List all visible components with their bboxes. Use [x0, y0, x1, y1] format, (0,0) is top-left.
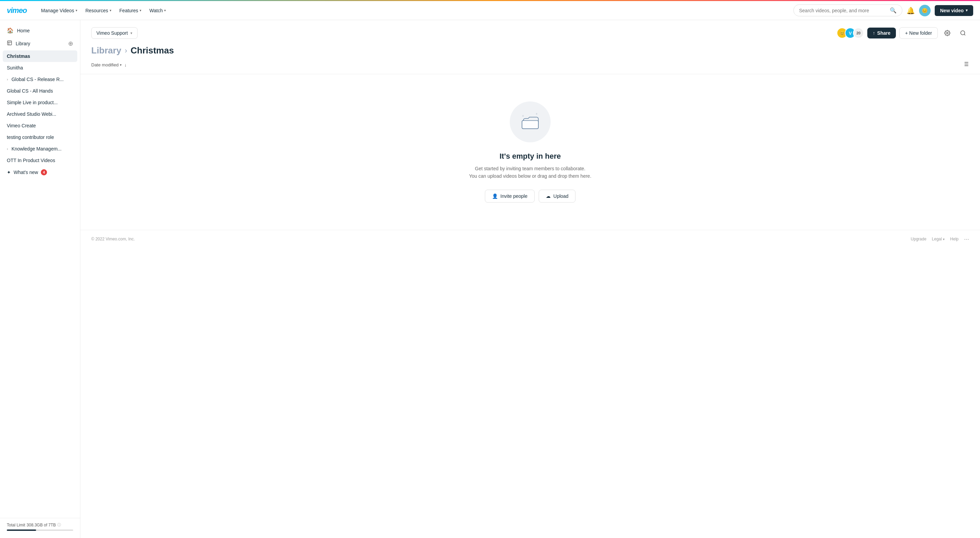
chevron-down-icon: ▾: [130, 31, 132, 35]
search-bar[interactable]: 🔍: [794, 5, 902, 16]
list-view-button[interactable]: [962, 60, 969, 69]
vimeo-logo[interactable]: vimeo: [7, 6, 27, 15]
folder-header-right: 😊 V 20 ↑ Share + New folder: [837, 27, 969, 39]
empty-state-actions: 👤 Invite people ☁ Upload: [485, 189, 576, 202]
sort-bar: Date modified ▾ ↓: [80, 56, 980, 74]
avatar[interactable]: 😊: [919, 5, 931, 16]
svg-point-2: [961, 31, 965, 35]
sort-by-date-button[interactable]: Date modified ▾: [91, 62, 122, 67]
sort-controls: Date modified ▾ ↓: [91, 62, 127, 67]
nav-items: Manage Videos ▾ Resources ▾ Features ▾ W…: [38, 6, 785, 15]
folder-header-left: Vimeo Support ▾: [91, 27, 138, 39]
storage-bar-fill: [7, 530, 36, 531]
folder-header: Vimeo Support ▾ 😊 V 20 ↑ Share + New fol…: [80, 20, 980, 39]
sidebar-item-global-cs-release[interactable]: › Global CS - Release R...: [0, 73, 80, 85]
svg-text:+: +: [536, 112, 538, 116]
top-navigation: vimeo Manage Videos ▾ Resources ▾ Featur…: [0, 1, 980, 20]
chevron-down-icon: ▾: [140, 8, 141, 12]
library-icon: [7, 40, 12, 47]
storage-bar-background: [7, 530, 73, 531]
search-button[interactable]: [957, 27, 969, 39]
empty-state-icon-wrap: + + + +: [510, 102, 550, 142]
sidebar-item-sunitha[interactable]: Sunitha: [0, 62, 80, 73]
breadcrumb-library[interactable]: Library: [91, 45, 121, 56]
breadcrumb-separator: ›: [125, 46, 127, 55]
sidebar-item-home[interactable]: 🏠 Home: [0, 24, 80, 37]
breadcrumb-current: Christmas: [130, 45, 173, 56]
chevron-down-icon: ▾: [120, 63, 122, 67]
empty-state: + + + + It's empty in here Get started b…: [80, 74, 980, 230]
svg-text:+: +: [522, 114, 524, 118]
chevron-right-icon: ›: [7, 77, 8, 81]
nav-manage-videos[interactable]: Manage Videos ▾: [38, 6, 81, 15]
sidebar-item-global-cs-all-hands[interactable]: Global CS - All Hands: [0, 85, 80, 97]
chevron-down-icon: ▾: [966, 8, 968, 13]
home-icon: 🏠: [7, 27, 14, 34]
layout: 🏠 Home Library ⊕ Christmas Sunitha › Glo…: [0, 20, 980, 538]
whats-new-badge: 4: [41, 169, 47, 175]
footer-more-button[interactable]: ···: [964, 236, 969, 243]
new-video-button[interactable]: New video ▾: [935, 5, 973, 16]
footer-legal-link[interactable]: Legal ▾: [932, 237, 945, 242]
sidebar-item-ott-product-videos[interactable]: OTT In Product Videos: [0, 154, 80, 166]
avatars-group: 😊 V 20: [837, 27, 864, 38]
footer-help-link[interactable]: Help: [950, 237, 959, 242]
chevron-right-icon: ›: [7, 147, 8, 151]
nav-resources[interactable]: Resources ▾: [82, 6, 115, 15]
svg-rect-0: [8, 41, 11, 45]
svg-point-1: [947, 32, 948, 34]
chevron-down-icon: ▾: [164, 8, 166, 12]
sidebar-item-christmas[interactable]: Christmas: [3, 50, 77, 62]
chevron-down-icon: ▾: [943, 237, 945, 241]
nav-features[interactable]: Features ▾: [116, 6, 145, 15]
sidebar: 🏠 Home Library ⊕ Christmas Sunitha › Glo…: [0, 20, 80, 538]
upload-icon: ☁: [546, 193, 550, 199]
main-footer: © 2022 Vimeo.com, Inc. Upgrade Legal ▾ H…: [80, 230, 980, 248]
footer-copyright: © 2022 Vimeo.com, Inc.: [91, 237, 135, 242]
sidebar-item-knowledge-mgmt[interactable]: › Knowledge Managem...: [0, 143, 80, 154]
sidebar-item-archived-studio[interactable]: Archived Studio Webi...: [0, 108, 80, 120]
main-content: Vimeo Support ▾ 😊 V 20 ↑ Share + New fol…: [80, 20, 980, 538]
empty-folder-icon: + + + +: [519, 111, 541, 133]
sidebar-item-whats-new[interactable]: ✦ What's new 4: [0, 166, 80, 178]
share-button[interactable]: ↑ Share: [867, 27, 896, 38]
avatar-count: 20: [853, 27, 864, 38]
storage-label: Total Limit 308.3GB of 7TB ⓘ: [7, 522, 73, 527]
sidebar-item-testing-contributor[interactable]: testing contributor role: [0, 131, 80, 143]
footer-links: Upgrade Legal ▾ Help ···: [911, 236, 969, 243]
chevron-down-icon: ▾: [110, 8, 111, 12]
chevron-down-icon: ▾: [76, 8, 77, 12]
notification-icon[interactable]: 🔔: [907, 6, 915, 14]
breadcrumb: Library › Christmas: [80, 39, 980, 56]
invite-icon: 👤: [492, 193, 498, 199]
sidebar-item-simple-live[interactable]: Simple Live in product...: [0, 97, 80, 108]
workspace-selector[interactable]: Vimeo Support ▾: [91, 27, 138, 39]
search-input[interactable]: [799, 8, 887, 13]
sparkle-icon: ✦: [7, 170, 11, 175]
footer-upgrade-link[interactable]: Upgrade: [911, 237, 926, 242]
topnav-right: 🔍 🔔 😊 New video ▾: [794, 5, 973, 16]
sort-direction-icon[interactable]: ↓: [124, 62, 127, 67]
empty-state-description: Get started by inviting team members to …: [469, 165, 591, 180]
invite-people-button[interactable]: 👤 Invite people: [485, 189, 535, 202]
add-library-icon[interactable]: ⊕: [68, 40, 73, 47]
empty-state-title: It's empty in here: [500, 152, 561, 161]
settings-button[interactable]: [941, 27, 953, 39]
upload-button[interactable]: ☁ Upload: [539, 189, 576, 202]
sidebar-item-library[interactable]: Library ⊕: [0, 37, 80, 50]
search-icon: 🔍: [890, 7, 897, 14]
share-icon: ↑: [873, 30, 875, 36]
nav-watch[interactable]: Watch ▾: [146, 6, 169, 15]
sidebar-item-vimeo-create[interactable]: Vimeo Create: [0, 120, 80, 131]
sidebar-footer: Total Limit 308.3GB of 7TB ⓘ: [0, 518, 80, 535]
info-icon: ⓘ: [57, 522, 61, 527]
new-folder-button[interactable]: + New folder: [899, 27, 938, 39]
